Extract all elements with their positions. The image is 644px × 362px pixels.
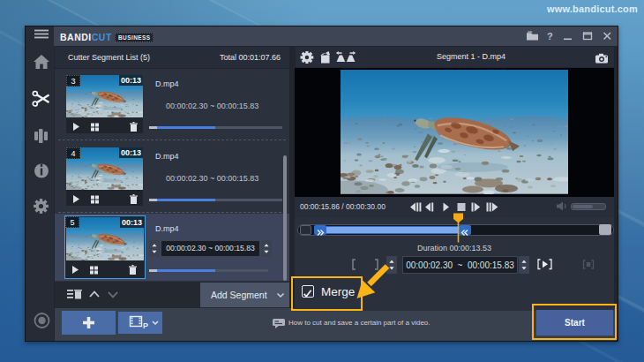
svg-text:P: P xyxy=(143,321,148,330)
svg-text:?: ? xyxy=(547,31,553,41)
